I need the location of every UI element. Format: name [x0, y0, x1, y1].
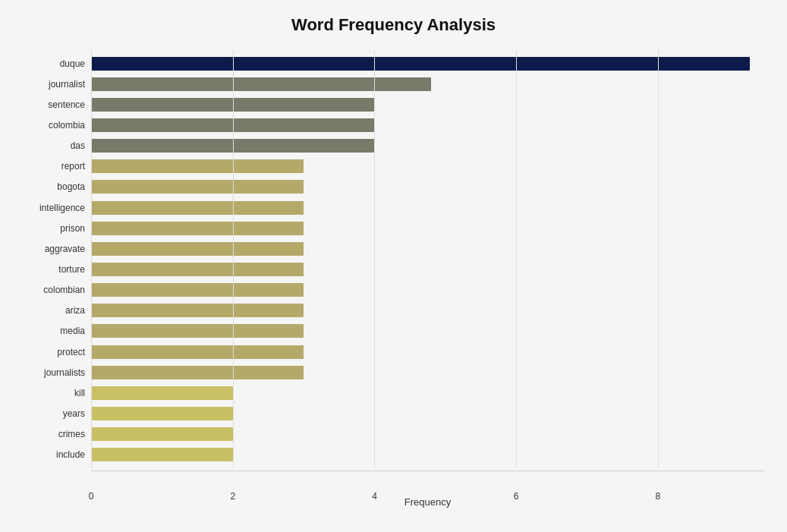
- y-label: aggravate: [45, 244, 85, 253]
- bar-row: [91, 323, 764, 338]
- chart-title: Word Frequency Analysis: [23, 15, 764, 35]
- y-label: include: [56, 450, 85, 459]
- y-labels: duquejournalistsentencecolombiadasreport…: [23, 50, 91, 468]
- bar-row: [91, 386, 764, 401]
- y-label: crimes: [58, 430, 85, 439]
- bar-row: [91, 179, 764, 194]
- bar: [91, 222, 304, 235]
- bar-row: [91, 241, 764, 257]
- y-label: media: [60, 326, 85, 335]
- y-label: ariza: [65, 306, 85, 315]
- bar: [91, 180, 304, 194]
- bar-row: [91, 282, 764, 297]
- bar-row: [91, 77, 764, 92]
- x-tick: 0: [89, 491, 94, 502]
- bar: [91, 98, 374, 112]
- bar-row: [91, 345, 764, 360]
- y-label: protect: [57, 348, 85, 357]
- bar: [91, 407, 233, 420]
- chart-container: Word Frequency Analysis duquejournalists…: [0, 0, 787, 532]
- bar-row: [91, 427, 764, 442]
- y-label: prison: [60, 224, 85, 233]
- bar: [91, 283, 304, 297]
- bar: [91, 263, 304, 276]
- y-label: report: [61, 162, 85, 171]
- y-label: kill: [74, 389, 85, 398]
- bar: [91, 242, 304, 256]
- bar-row: [91, 262, 764, 277]
- x-tick: 4: [372, 491, 377, 502]
- y-label: colombia: [49, 121, 85, 130]
- y-label: colombian: [43, 285, 85, 294]
- bar-row: [91, 159, 764, 174]
- bar: [91, 448, 233, 461]
- bar-row: [91, 200, 764, 216]
- y-label: journalists: [44, 368, 85, 377]
- bar-row: [91, 406, 764, 421]
- bar-row: [91, 447, 764, 462]
- y-label: years: [63, 409, 85, 418]
- x-tick: 8: [656, 491, 661, 502]
- bar-row: [91, 303, 764, 318]
- x-axis-line: [91, 471, 764, 471]
- y-label: sentence: [48, 100, 85, 109]
- bar: [91, 57, 750, 71]
- bar: [91, 159, 304, 173]
- bar-row: [91, 118, 764, 133]
- y-label: journalist: [49, 80, 85, 89]
- bar: [91, 118, 374, 132]
- bar: [91, 366, 304, 379]
- bar: [91, 386, 233, 400]
- bar: [91, 77, 431, 91]
- x-tick: 6: [514, 491, 519, 502]
- bar: [91, 201, 304, 215]
- bar-row: [91, 365, 764, 380]
- y-label: das: [71, 141, 85, 150]
- bar: [91, 304, 304, 317]
- chart-area: duquejournalistsentencecolombiadasreport…: [23, 50, 764, 468]
- bar-row: [91, 138, 764, 153]
- bar: [91, 427, 233, 441]
- bar: [91, 345, 304, 359]
- y-label: intelligence: [39, 203, 85, 212]
- bar-row: [91, 221, 764, 236]
- y-label: duque: [60, 59, 85, 68]
- plot-area: 02468 Frequency: [91, 50, 764, 468]
- bar-row: [91, 56, 764, 71]
- bar-row: [91, 97, 764, 112]
- x-axis-label: Frequency: [405, 496, 451, 508]
- y-label: torture: [58, 265, 85, 274]
- bar: [91, 324, 304, 338]
- bar: [91, 139, 374, 153]
- y-label: bogota: [57, 182, 85, 191]
- x-tick: 2: [230, 491, 235, 502]
